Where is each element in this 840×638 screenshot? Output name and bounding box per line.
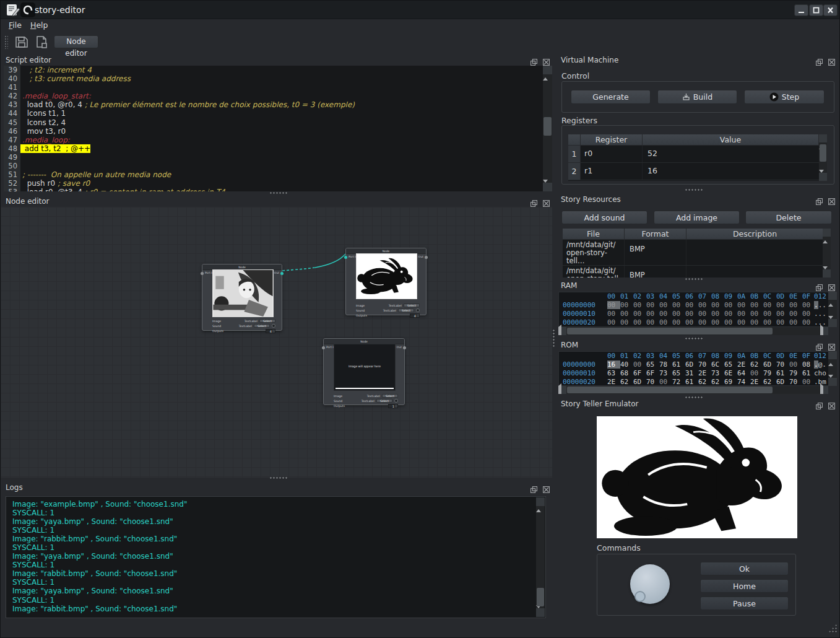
hex-byte[interactable]: 65: [672, 369, 685, 377]
maximize-button[interactable]: [809, 4, 823, 16]
close-panel-icon[interactable]: [828, 282, 835, 289]
close-panel-icon[interactable]: [828, 400, 835, 407]
hex-byte[interactable]: 00: [789, 318, 802, 326]
hex-byte[interactable]: 6C: [711, 361, 724, 369]
hex-byte[interactable]: 62: [620, 378, 633, 386]
hex-byte[interactable]: 00: [711, 318, 724, 326]
register-row[interactable]: 2r116: [568, 163, 819, 180]
rom-hex-view[interactable]: 000102030405060708090A0B0C0D0E0F01200000…: [558, 351, 837, 386]
float-panel-icon[interactable]: [530, 484, 537, 491]
generate-button[interactable]: Generate: [571, 90, 651, 104]
hex-byte[interactable]: 00: [646, 318, 659, 326]
hex-byte[interactable]: 6D: [685, 361, 698, 369]
hex-byte[interactable]: 70: [789, 378, 802, 386]
hex-byte[interactable]: 00: [802, 378, 815, 386]
vertical-splitter-handle[interactable]: [552, 329, 555, 347]
logs-scrollbar[interactable]: [536, 497, 545, 617]
port-out[interactable]: [425, 256, 428, 259]
hex-byte[interactable]: 00: [737, 318, 750, 326]
delete-button[interactable]: Delete: [745, 211, 832, 224]
hex-byte[interactable]: 2E: [698, 369, 711, 377]
splitter-handle[interactable]: [269, 476, 288, 479]
hex-byte[interactable]: 65: [646, 361, 659, 369]
close-button[interactable]: [823, 4, 838, 16]
add-image-button[interactable]: Add image: [654, 211, 740, 224]
hex-byte[interactable]: 70: [698, 361, 711, 369]
float-panel-icon[interactable]: [816, 400, 823, 407]
code-editor[interactable]: 39 ; t2: increment 440 ; t3: current med…: [4, 66, 543, 191]
close-panel-icon[interactable]: [543, 56, 550, 63]
hex-byte[interactable]: 00: [607, 318, 620, 326]
ram-hscrollbar[interactable]: [558, 327, 828, 335]
float-panel-icon[interactable]: [816, 56, 823, 63]
rotary-knob[interactable]: [630, 564, 670, 604]
close-panel-icon[interactable]: [828, 341, 835, 348]
close-panel-icon[interactable]: [543, 484, 550, 491]
hex-byte[interactable]: 00: [711, 310, 724, 318]
hex-byte[interactable]: 00: [659, 310, 672, 318]
play-sound-icon[interactable]: [416, 308, 420, 312]
hex-byte[interactable]: 61: [802, 369, 815, 377]
ram-hex-view[interactable]: 000102030405060708090A0B0C0D0E0F01200000…: [558, 292, 837, 327]
step-button[interactable]: Step: [744, 90, 825, 104]
media-node-2[interactable]: Node Port In Port Out: [345, 248, 426, 315]
hex-byte[interactable]: 00: [672, 318, 685, 326]
close-panel-icon[interactable]: [543, 198, 550, 204]
hex-byte[interactable]: 00: [659, 318, 672, 326]
menu-file[interactable]: File: [9, 20, 22, 30]
hex-byte[interactable]: 78: [659, 361, 672, 369]
add-sound-button[interactable]: Add sound: [561, 211, 647, 224]
hex-byte[interactable]: 72: [672, 378, 685, 386]
home-button[interactable]: Home: [700, 579, 789, 593]
hex-byte[interactable]: 00: [685, 301, 698, 309]
scroll-thumb[interactable]: [537, 588, 544, 606]
select-image-button[interactable]: Select: [382, 394, 398, 398]
port-in[interactable]: [322, 346, 325, 349]
hex-byte[interactable]: 00: [607, 301, 620, 309]
hex-byte[interactable]: 16: [607, 361, 620, 369]
hex-byte[interactable]: 00: [685, 310, 698, 318]
hex-byte[interactable]: 6F: [646, 369, 659, 377]
scroll-down-icon[interactable]: [543, 183, 552, 191]
hex-byte[interactable]: 6D: [763, 361, 776, 369]
hex-byte[interactable]: 00: [633, 310, 646, 318]
hex-byte[interactable]: 61: [672, 361, 685, 369]
port-in[interactable]: [344, 256, 347, 259]
port-in[interactable]: [201, 272, 204, 275]
hex-byte[interactable]: 00: [737, 301, 750, 309]
hex-byte[interactable]: 00: [776, 310, 789, 318]
hex-byte[interactable]: 00: [750, 301, 763, 309]
ok-button[interactable]: Ok: [700, 562, 789, 575]
hex-byte[interactable]: 63: [607, 369, 620, 377]
hex-byte[interactable]: 00: [620, 301, 633, 309]
build-button[interactable]: Build: [657, 90, 737, 104]
resource-row[interactable]: /mnt/data/git/open-story-tellBMP: [563, 266, 824, 277]
hex-byte[interactable]: 6D: [633, 378, 646, 386]
hex-byte[interactable]: 62: [698, 378, 711, 386]
scroll-thumb[interactable]: [543, 117, 552, 136]
hex-byte[interactable]: 73: [711, 369, 724, 377]
hex-byte[interactable]: 61: [776, 369, 789, 377]
hex-byte[interactable]: 31: [685, 369, 698, 377]
node-canvas[interactable]: Node Port In Port Out: [1, 207, 552, 478]
outputs-spinbox[interactable]: 4: [410, 313, 420, 318]
node-editor-toolbar-button[interactable]: Node editor: [54, 35, 98, 48]
hex-byte[interactable]: 62: [763, 378, 776, 386]
hex-byte[interactable]: 00: [802, 301, 815, 309]
title-bar[interactable]: story-editor: [1, 1, 839, 19]
hex-byte[interactable]: 6E: [724, 369, 737, 377]
hex-byte[interactable]: 08: [802, 361, 815, 369]
select-sound-button[interactable]: Select: [376, 399, 392, 403]
resource-row[interactable]: /mnt/data/git/open-story-tell…BMP: [563, 240, 824, 266]
outputs-spinbox[interactable]: 1: [388, 404, 398, 408]
float-panel-icon[interactable]: [816, 341, 823, 348]
hex-byte[interactable]: 00: [763, 310, 776, 318]
hex-byte[interactable]: 69: [724, 378, 737, 386]
hex-byte[interactable]: 00: [698, 301, 711, 309]
register-row[interactable]: 1r052: [568, 146, 819, 163]
hex-byte[interactable]: 6D: [776, 378, 789, 386]
hex-byte[interactable]: 70: [776, 361, 789, 369]
hex-byte[interactable]: 00: [620, 318, 633, 326]
outputs-spinbox[interactable]: 4: [266, 329, 275, 333]
splitter-handle[interactable]: [685, 188, 703, 191]
